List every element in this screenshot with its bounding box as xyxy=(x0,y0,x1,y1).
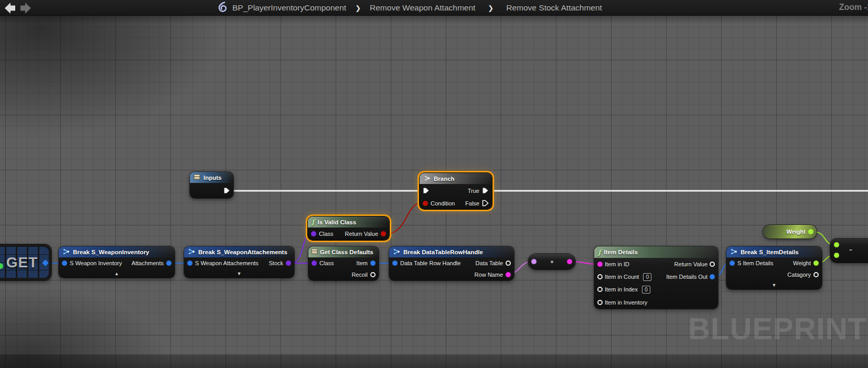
breadcrumb: BP_PlayerInventoryComponent ❯ Remove Wea… xyxy=(218,0,602,16)
branch-icon xyxy=(423,175,431,182)
pin-label: Stock xyxy=(269,260,283,266)
pin-data-table-row-handle[interactable] xyxy=(392,261,398,266)
pin-subtract-a[interactable] xyxy=(834,242,839,247)
node-conversion[interactable] xyxy=(528,254,575,269)
vignette-top-left xyxy=(0,0,231,142)
node-title: Weight xyxy=(787,229,806,235)
pin-label: S Weapon Inventory xyxy=(70,260,122,266)
pin-return-value[interactable] xyxy=(381,231,386,236)
pin-conversion-output[interactable] xyxy=(567,259,572,264)
pin-class[interactable] xyxy=(312,261,317,266)
pin-label: Item in Inventory xyxy=(605,299,647,306)
break-struct-icon xyxy=(62,248,70,256)
pin-label: Item in Count xyxy=(605,274,639,280)
node-get-variable[interactable]: GET xyxy=(0,244,51,280)
node-title: Branch xyxy=(434,176,455,182)
node-header: Break S_ItemDetails xyxy=(726,246,822,257)
pin-item[interactable] xyxy=(370,261,376,266)
pin-label: Return Value xyxy=(674,261,708,267)
breadcrumb-item-blueprint[interactable]: BP_PlayerInventoryComponent xyxy=(232,3,346,13)
pin-condition[interactable] xyxy=(423,201,428,206)
exec-output-pin[interactable] xyxy=(223,187,230,194)
breadcrumb-item-remove-weapon-attachment[interactable]: Remove Weapon Attachment xyxy=(370,3,475,13)
pin-item-in-index[interactable] xyxy=(597,287,603,292)
collapse-down-icon[interactable]: ▼ xyxy=(726,280,822,289)
forward-button[interactable] xyxy=(20,2,31,16)
pin-label: Item in ID xyxy=(605,261,629,267)
breadcrumb-item-remove-stock-attachment[interactable]: Remove Stock Attachment xyxy=(506,3,602,13)
pin-return-value[interactable] xyxy=(710,262,715,267)
pin-conversion-input[interactable] xyxy=(531,259,537,264)
node-header: Branch xyxy=(420,173,492,184)
blueprint-editor: GET Break S_WeaponInventory S Weapon Inv… xyxy=(0,0,868,368)
node-title: Break S_WeaponInventory xyxy=(73,249,149,255)
collapse-up-icon[interactable]: ▲ xyxy=(59,269,175,278)
node-header: ƒ Item Details xyxy=(594,246,718,258)
node-header: Break S_WeaponAttachements xyxy=(184,246,294,257)
function-icon: ƒ xyxy=(598,248,601,256)
node-is-valid-class[interactable]: ƒ Is Valid Class Class Return Value xyxy=(308,217,389,240)
pin-s-weapon-inventory[interactable] xyxy=(62,261,67,266)
pin-s-weapon-attachements[interactable] xyxy=(187,261,192,266)
breadcrumb-separator-icon: ❯ xyxy=(351,4,365,12)
node-branch[interactable]: Branch True Condition False xyxy=(420,173,492,209)
box-icon xyxy=(194,174,200,181)
pin-item-in-count[interactable] xyxy=(597,274,603,279)
blueprint-icon xyxy=(218,2,227,15)
node-item-details[interactable]: ƒ Item Details Item in ID Return Value I… xyxy=(594,246,718,309)
pin-attachments[interactable] xyxy=(166,261,172,266)
pin-item-details-out[interactable] xyxy=(710,274,715,279)
pin-class[interactable] xyxy=(311,231,316,236)
node-title: Item Details xyxy=(604,249,638,255)
pin-label: Return Value xyxy=(345,231,378,237)
exec-input-pin[interactable] xyxy=(423,187,430,194)
exec-true-pin[interactable] xyxy=(482,187,489,194)
pin-weight[interactable] xyxy=(813,261,819,266)
back-button[interactable] xyxy=(4,2,16,16)
node-title: Break DataTableRowHandle xyxy=(403,249,483,255)
graph-canvas[interactable]: GET Break S_WeaponInventory S Weapon Inv… xyxy=(0,0,868,368)
pin-label: S Item Details xyxy=(737,260,773,266)
pin-label: Catagory xyxy=(787,272,811,278)
exec-false-pin[interactable] xyxy=(482,200,489,207)
subtract-operator: - xyxy=(849,244,852,255)
pin-label: False xyxy=(465,200,479,207)
box-icon xyxy=(311,248,318,255)
item-in-count-value[interactable]: 0 xyxy=(643,273,651,281)
pin-weight-output[interactable] xyxy=(808,229,813,234)
pin-s-item-details[interactable] xyxy=(730,261,735,266)
toolbar: BP_PlayerInventoryComponent ❯ Remove Wea… xyxy=(0,0,868,16)
node-title: Inputs xyxy=(203,175,222,181)
top-shade xyxy=(0,16,868,24)
pin-subtract-b[interactable] xyxy=(834,253,839,258)
pin-label: Class xyxy=(319,231,334,237)
pin-catagory[interactable] xyxy=(813,272,819,277)
pin-stock[interactable] xyxy=(286,261,291,266)
pin-label: Item Details Out xyxy=(666,274,708,280)
pin-label: Weight xyxy=(793,260,811,266)
pin-label: Class xyxy=(319,260,334,266)
pin-item-in-id[interactable] xyxy=(597,262,603,267)
node-header: Get Class Defaults xyxy=(308,246,379,257)
pin-item-in-inventory[interactable] xyxy=(597,300,603,305)
node-get-class-defaults[interactable]: Get Class Defaults Class Item Recoil xyxy=(308,246,379,280)
node-get-weight[interactable]: Weight xyxy=(763,225,817,239)
node-header: ƒ Is Valid Class xyxy=(308,217,389,228)
node-subtract[interactable]: - xyxy=(830,239,868,263)
pin-data-table[interactable] xyxy=(506,261,511,266)
node-break-s-weaponattachements[interactable]: Break S_WeaponAttachements S Weapon Atta… xyxy=(184,246,294,278)
node-title: Break S_ItemDetails xyxy=(741,249,799,255)
pin-label: Data Table xyxy=(476,260,503,266)
pin-recoil[interactable] xyxy=(370,272,376,277)
node-break-datatablerowhandle[interactable]: Break DataTableRowHandle Data Table Row … xyxy=(389,246,514,280)
pin-row-name[interactable] xyxy=(506,272,511,277)
node-header: Break S_WeaponInventory xyxy=(59,246,175,257)
node-break-s-weaponinventory[interactable]: Break S_WeaponInventory S Weapon Invento… xyxy=(59,246,175,278)
pin-label: Item xyxy=(357,260,368,266)
node-inputs[interactable]: Inputs xyxy=(190,172,233,198)
pin-label: S Weapon Attachements xyxy=(195,260,259,266)
node-break-s-itemdetails[interactable]: Break S_ItemDetails S Item Details Weigh… xyxy=(726,246,822,289)
collapse-down-icon[interactable]: ▼ xyxy=(184,269,294,278)
pin-label: Attachments xyxy=(132,260,164,266)
item-in-index-value[interactable]: 0 xyxy=(642,286,650,294)
